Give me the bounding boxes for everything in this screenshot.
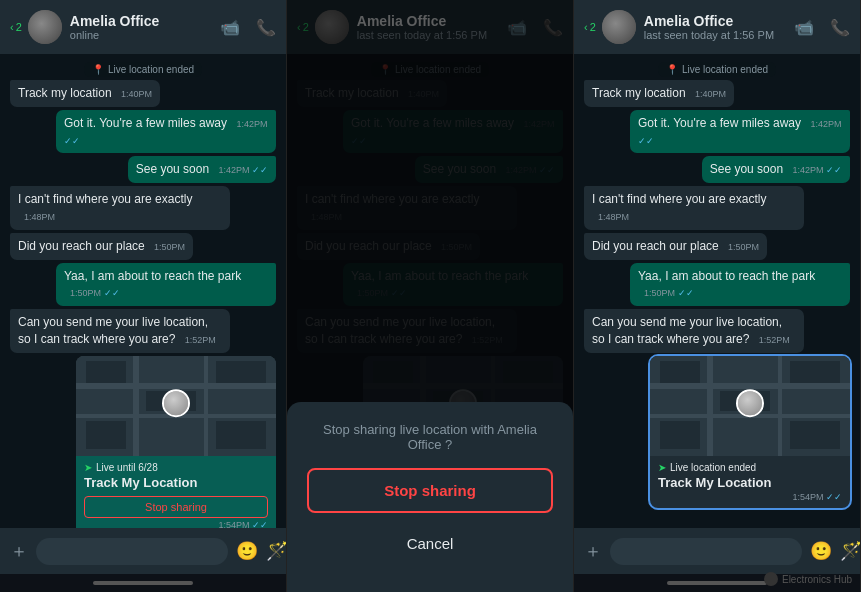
message-text: Did you reach our place: [18, 239, 145, 253]
modal-overlay: Stop sharing live location with Amelia O…: [287, 0, 573, 592]
emoji-icon-right[interactable]: 🙂: [810, 540, 832, 562]
contact-name-left: Amelia Office: [70, 13, 220, 30]
watermark-logo: [764, 572, 778, 586]
message-text: Got it. You're a few miles away: [64, 116, 227, 130]
list-item: 📍 Live location ended: [10, 62, 276, 77]
back-button-right[interactable]: ‹ 2: [584, 21, 596, 33]
message-text: I can't find where you are exactly: [592, 192, 766, 206]
modal-title: Stop sharing live location with Amelia O…: [307, 422, 553, 452]
video-icon-right[interactable]: 📹: [794, 18, 814, 37]
add-icon-right[interactable]: ＋: [584, 539, 602, 563]
message-bubble: Yaa, I am about to reach the park 1:50PM…: [630, 263, 850, 307]
avatar-right: [602, 10, 636, 44]
list-item: Yaa, I am about to reach the park 1:50PM…: [584, 263, 850, 307]
message-time: 1:50PM: [154, 242, 185, 252]
message-bubble: Did you reach our place 1:50PM: [10, 233, 193, 260]
system-text: Live location ended: [108, 64, 194, 75]
list-item: Can you send me your live location, so I…: [584, 309, 850, 353]
location-time-right: 1:54PM ✓✓: [658, 492, 842, 502]
message-text: See you soon: [136, 162, 209, 176]
message-bubble: Can you send me your live location, so I…: [584, 309, 804, 353]
phone-icon-right[interactable]: 📞: [830, 18, 850, 37]
watermark: Electronics Hub: [764, 572, 852, 586]
message-time: 1:48PM: [598, 212, 629, 222]
list-item: 📍 Live location ended: [584, 62, 850, 77]
contact-name-right: Amelia Office: [644, 13, 794, 30]
message-bubble: See you soon 1:42PM ✓✓: [128, 156, 276, 183]
message-bubble: See you soon 1:42PM ✓✓: [702, 156, 850, 183]
message-bubble: I can't find where you are exactly 1:48P…: [10, 186, 230, 230]
sticker-icon-right[interactable]: 🪄: [840, 540, 861, 562]
message-time: 1:48PM: [24, 212, 55, 222]
list-item: ➤ Live location ended Track My Location …: [584, 356, 850, 508]
header-icons-left: 📹 📞: [220, 18, 276, 37]
message-input-right[interactable]: [610, 538, 802, 565]
message-text: Track my location: [592, 86, 686, 100]
message-time: 1:52PM: [759, 335, 790, 345]
home-indicator-left: [0, 574, 286, 592]
list-item: Yaa, I am about to reach the park 1:50PM…: [10, 263, 276, 307]
location-map-right: [650, 356, 850, 456]
home-bar-right: [667, 581, 767, 585]
location-label-left: ➤ Live until 6/28: [84, 462, 268, 473]
nav-icon-right: ➤: [658, 462, 666, 473]
emoji-icon-left[interactable]: 🙂: [236, 540, 258, 562]
message-time: 1:42PM ✓✓: [792, 165, 842, 175]
list-item: See you soon 1:42PM ✓✓: [584, 156, 850, 183]
phone-icon-left[interactable]: 📞: [256, 18, 276, 37]
sticker-icon-left[interactable]: 🪄: [266, 540, 287, 562]
list-item: Did you reach our place 1:50PM: [584, 233, 850, 260]
location-card-left[interactable]: ➤ Live until 6/28 Track My Location Stop…: [76, 356, 276, 528]
list-item: Can you send me your live location, so I…: [10, 309, 276, 353]
location-label-text-right: Live location ended: [670, 462, 756, 473]
svg-rect-7: [216, 361, 266, 383]
message-bubble: Did you reach our place 1:50PM: [584, 233, 767, 260]
map-avatar-right: [736, 389, 764, 417]
stop-sharing-modal-button[interactable]: Stop sharing: [307, 468, 553, 513]
avatar-left: [28, 10, 62, 44]
message-bubble: Can you send me your live location, so I…: [10, 309, 230, 353]
contact-status-right: last seen today at 1:56 PM: [644, 29, 794, 41]
message-text: I can't find where you are exactly: [18, 192, 192, 206]
location-icon: 📍: [666, 64, 678, 75]
message-bubble: I can't find where you are exactly 1:48P…: [584, 186, 804, 230]
message-time: 1:52PM: [185, 335, 216, 345]
message-bubble: Got it. You're a few miles away 1:42PM ✓…: [630, 110, 850, 154]
message-text: See you soon: [710, 162, 783, 176]
system-message: 📍 Live location ended: [84, 62, 202, 77]
chat-area-right: 📍 Live location ended Track my location …: [574, 54, 860, 528]
location-time-left: 1:54PM ✓✓: [84, 520, 268, 528]
modal-sheet: Stop sharing live location with Amelia O…: [287, 402, 573, 592]
message-time: 1:40PM: [695, 89, 726, 99]
location-card-right[interactable]: ➤ Live location ended Track My Location …: [650, 356, 850, 508]
cancel-modal-button[interactable]: Cancel: [307, 525, 553, 562]
message-text: Did you reach our place: [592, 239, 719, 253]
back-button-left[interactable]: ‹ 2: [10, 21, 22, 33]
location-label-text-left: Live until 6/28: [96, 462, 158, 473]
chat-area-left: 📍 Live location ended Track my location …: [0, 54, 286, 528]
message-bubble: Track my location 1:40PM: [10, 80, 160, 107]
header-left: ‹ 2 Amelia Office online 📹 📞: [0, 0, 286, 54]
message-text: Track my location: [18, 86, 112, 100]
message-input-left[interactable]: [36, 538, 228, 565]
message-time: 1:40PM: [121, 89, 152, 99]
stop-sharing-button-left[interactable]: Stop sharing: [84, 496, 268, 518]
map-avatar-left: [162, 389, 190, 417]
input-bar-right: ＋ 🙂 🪄 📷 🎤: [574, 528, 860, 574]
svg-rect-9: [216, 421, 266, 449]
input-bar-left: ＋ 🙂 🪄 📷 🎤: [0, 528, 286, 574]
message-bubble: Yaa, I am about to reach the park 1:50PM…: [56, 263, 276, 307]
list-item: See you soon 1:42PM ✓✓: [10, 156, 276, 183]
add-icon-left[interactable]: ＋: [10, 539, 28, 563]
message-text: Got it. You're a few miles away: [638, 116, 801, 130]
svg-rect-29: [790, 421, 840, 449]
video-icon-left[interactable]: 📹: [220, 18, 240, 37]
list-item: Got it. You're a few miles away 1:42PM ✓…: [584, 110, 850, 154]
svg-rect-8: [86, 421, 126, 449]
panel-right: ‹ 2 Amelia Office last seen today at 1:5…: [574, 0, 861, 592]
system-text: Live location ended: [682, 64, 768, 75]
location-map-left: [76, 356, 276, 456]
message-bubble: Got it. You're a few miles away 1:42PM ✓…: [56, 110, 276, 154]
location-label-right: ➤ Live location ended: [658, 462, 842, 473]
list-item: ➤ Live until 6/28 Track My Location Stop…: [10, 356, 276, 528]
